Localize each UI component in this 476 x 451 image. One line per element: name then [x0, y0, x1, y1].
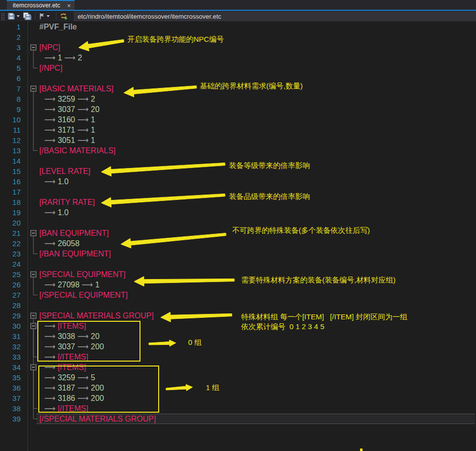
code-line[interactable]: 30⟶ [ITEMS] — [0, 321, 476, 331]
line-number[interactable]: 14 — [0, 156, 21, 166]
code-line[interactable]: 12⟶ 3051 ⟶ 1 — [0, 135, 476, 145]
code-line[interactable]: 1#PVF_File — [0, 22, 476, 32]
line-number[interactable]: 21 — [0, 228, 21, 238]
annotation-npc: 开启装备跨界功能的NPC编号 — [127, 34, 224, 44]
code-line[interactable]: 9⟶ 3037 ⟶ 20 — [0, 104, 476, 114]
close-icon[interactable]: × — [67, 2, 71, 9]
line-number[interactable]: 31 — [0, 331, 21, 341]
line-number[interactable]: 8 — [0, 94, 21, 104]
code-line[interactable]: 34⟶ [ITEMS] — [0, 362, 476, 372]
line-number[interactable]: 20 — [0, 218, 21, 228]
line-number[interactable]: 35 — [0, 372, 21, 383]
line-number[interactable]: 16 — [0, 176, 21, 187]
save-all-button[interactable] — [23, 11, 31, 21]
code-line[interactable]: 28 — [0, 300, 476, 310]
line-number[interactable]: 12 — [0, 135, 21, 145]
code-line[interactable]: 39[/SPECIAL MATERIALS GROUP] — [0, 414, 476, 424]
code-line[interactable]: 31⟶ 3038 ⟶ 20 — [0, 331, 476, 341]
arrow-glyph: ⟶ — [44, 115, 56, 124]
line-number[interactable]: 37 — [0, 393, 21, 403]
value-token: 1 — [95, 281, 100, 289]
code-line[interactable]: 23[/BAN EQUIPMENT] — [0, 249, 476, 259]
code-line[interactable]: 26⟶ 27098 ⟶ 1 — [0, 280, 476, 290]
save-dropdown-caret-icon[interactable] — [17, 15, 20, 17]
line-number[interactable]: 6 — [0, 73, 21, 84]
code-line[interactable]: 27[/SPECIAL EQUIPMENT] — [0, 290, 476, 300]
value-token: 2 — [91, 95, 95, 103]
line-number[interactable]: 38 — [0, 403, 21, 414]
code-text: [/NPC] — [39, 63, 476, 73]
navigate-dropdown-caret-icon[interactable] — [47, 15, 50, 17]
line-number[interactable]: 24 — [0, 259, 21, 269]
code-line[interactable]: 24 — [0, 259, 476, 269]
line-number[interactable]: 9 — [0, 104, 21, 114]
line-number[interactable]: 36 — [0, 383, 21, 393]
arrow-glyph: ⟶ — [44, 404, 56, 413]
code-text: [NPC] — [39, 42, 476, 53]
code-line[interactable]: 8⟶ 3259 ⟶ 2 — [0, 94, 476, 104]
navigate-button[interactable] — [39, 11, 45, 21]
fold-gutter — [21, 383, 39, 393]
line-number[interactable]: 27 — [0, 290, 21, 300]
line-number[interactable]: 1 — [0, 22, 21, 32]
line-number[interactable]: 4 — [0, 53, 21, 63]
code-line[interactable]: 25[SPECIAL EQUIPMENT] — [0, 269, 476, 280]
line-number[interactable]: 7 — [0, 84, 21, 94]
code-line[interactable]: 22⟶ 26058 — [0, 238, 476, 249]
code-line[interactable]: 38⟶ [/ITEMS] — [0, 403, 476, 414]
line-number[interactable]: 17 — [0, 187, 21, 197]
code-line[interactable]: 4⟶ 1 ⟶ 2 — [0, 53, 476, 63]
value-token: 3037 — [57, 105, 75, 113]
arrow-glyph: ⟶ — [82, 281, 93, 289]
line-number[interactable]: 33 — [0, 352, 21, 362]
line-number[interactable]: 30 — [0, 321, 21, 331]
line-number[interactable]: 3 — [0, 42, 21, 53]
tab-itemcrossover[interactable]: itemcrossover.etc × — [7, 0, 75, 10]
line-number[interactable]: 32 — [0, 341, 21, 352]
code-line[interactable]: 13[/BASIC MATERIALS] — [0, 145, 476, 156]
line-number[interactable]: 22 — [0, 238, 21, 249]
line-number[interactable]: 19 — [0, 207, 21, 218]
toolbar-separator — [56, 13, 56, 20]
code-line[interactable]: 10⟶ 3160 ⟶ 1 — [0, 114, 476, 125]
line-number[interactable]: 5 — [0, 63, 21, 73]
line-number[interactable]: 28 — [0, 300, 21, 310]
line-number[interactable]: 23 — [0, 249, 21, 259]
line-number[interactable]: 10 — [0, 114, 21, 125]
line-number[interactable]: 15 — [0, 166, 21, 176]
fold-gutter — [21, 372, 39, 383]
grip-handle-icon[interactable] — [1, 12, 4, 20]
code-line[interactable]: 33⟶ [/ITEMS] — [0, 352, 476, 362]
save-button[interactable] — [7, 11, 15, 21]
sync-add-button[interactable] — [60, 11, 68, 21]
line-number[interactable]: 18 — [0, 197, 21, 207]
code-line[interactable]: 37⟶ 3186 ⟶ 200 — [0, 393, 476, 403]
fold-gutter — [21, 187, 39, 197]
code-text: [/SPECIAL EQUIPMENT] — [39, 290, 476, 300]
code-text: ⟶ 3037 ⟶ 20 — [39, 104, 476, 114]
code-line[interactable]: 36⟶ 3187 ⟶ 200 — [0, 383, 476, 393]
file-path-field[interactable]: etc/rindro/itemtool/itemcrossover/itemcr… — [74, 11, 476, 21]
code-line[interactable]: 5[/NPC] — [0, 63, 476, 73]
line-number[interactable]: 13 — [0, 145, 21, 156]
code-line[interactable]: 3[NPC] — [0, 42, 476, 53]
line-number[interactable]: 26 — [0, 280, 21, 290]
line-number[interactable]: 39 — [0, 414, 21, 424]
value-token: 3259 — [57, 373, 75, 382]
arrow-glyph: ⟶ — [44, 95, 56, 103]
value-token: 3171 — [57, 126, 75, 134]
line-number[interactable]: 11 — [0, 125, 21, 135]
value-token: 200 — [91, 384, 104, 392]
code-line[interactable]: 16⟶ 1.0 — [0, 176, 476, 187]
tag-token: [LEVEL RATE] — [39, 167, 90, 175]
code-line[interactable]: 35⟶ 3259 ⟶ 5 — [0, 372, 476, 383]
code-line[interactable]: 2 — [0, 32, 476, 42]
line-number[interactable]: 29 — [0, 310, 21, 321]
code-line[interactable]: 11⟶ 3171 ⟶ 1 — [0, 125, 476, 135]
code-line[interactable]: 32⟶ 3037 ⟶ 200 — [0, 341, 476, 352]
line-number[interactable]: 25 — [0, 269, 21, 280]
line-number[interactable]: 2 — [0, 32, 21, 42]
line-number[interactable]: 34 — [0, 362, 21, 372]
arrow-glyph: ⟶ — [44, 353, 56, 361]
code-line[interactable]: 19⟶ 1.0 — [0, 207, 476, 218]
